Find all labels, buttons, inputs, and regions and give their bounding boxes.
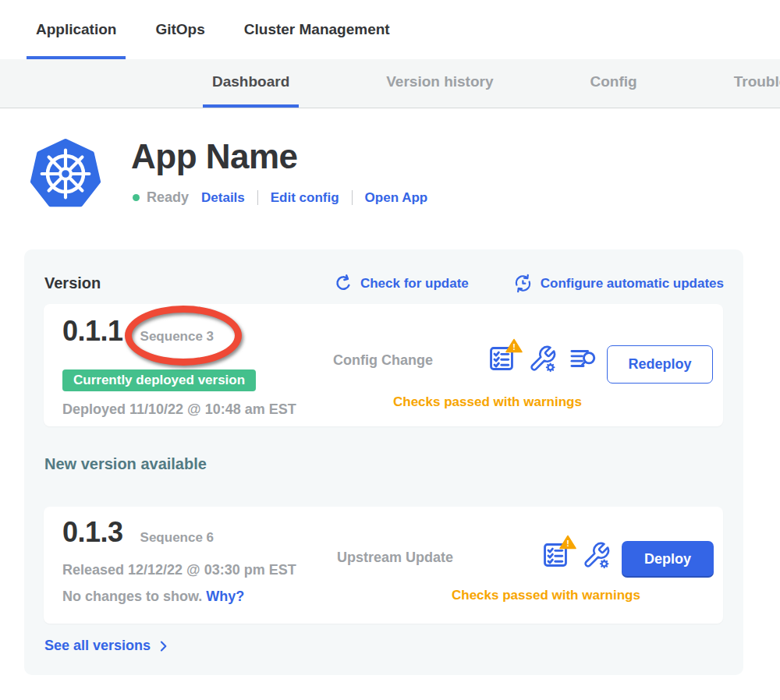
tab-gitops[interactable]: GitOps [146,3,214,59]
config-wrench-icon[interactable] [528,345,557,373]
config-wrench-icon[interactable] [582,541,611,570]
available-sequence-label: Sequence 6 [140,530,214,546]
available-release-icons: ! [541,539,611,571]
available-version-line: 0.1.3 Sequence 6 [62,516,214,549]
view-files-icon[interactable] [569,344,598,373]
new-version-available-heading: New version available [44,455,207,473]
check-for-update-button[interactable]: Check for update [333,274,469,294]
version-heading: Version [44,274,333,292]
divider [352,190,353,205]
edit-config-link[interactable]: Edit config [271,190,339,206]
available-version-number: 0.1.3 [62,516,123,549]
ready-status-dot-icon [133,194,140,201]
see-all-versions-link[interactable]: See all versions [44,638,171,654]
open-app-link[interactable]: Open App [365,190,428,206]
current-checks-status[interactable]: Checks passed with warnings [393,394,582,410]
version-card-header: Version Check for update Configu [44,273,724,294]
current-sequence-label: Sequence 3 [140,329,214,345]
release-type-label: Config Change [333,352,433,369]
tab-version-history[interactable]: Version history [377,59,502,108]
details-link[interactable]: Details [201,190,245,206]
no-changes-text: No changes to show. [62,589,202,604]
kubernetes-logo-icon [30,138,101,210]
configure-automatic-updates-label: Configure automatic updates [541,276,724,292]
tab-config[interactable]: Config [581,59,647,108]
chevron-right-icon [155,638,171,654]
page-title: App Name [131,137,298,176]
deployed-timestamp: Deployed 11/10/22 @ 10:48 am EST [62,401,296,418]
divider [257,190,258,205]
why-link[interactable]: Why? [206,589,244,604]
release-type-label: Upstream Update [337,550,453,566]
auto-update-icon [512,273,534,294]
current-release-icons: ! [487,343,598,374]
page-nav: Dashboard Version history Config Trouble… [0,59,780,108]
tab-dashboard[interactable]: Dashboard [203,59,299,108]
app-status-row: Ready Details Edit config Open App [133,189,427,206]
preflight-checks-icon[interactable]: ! [541,539,570,571]
configure-automatic-updates-button[interactable]: Configure automatic updates [512,273,724,294]
app-nav: Application GitOps Cluster Management [0,0,780,59]
refresh-icon [333,274,353,294]
preflight-checks-icon[interactable]: ! [487,343,516,374]
deploy-button[interactable]: Deploy [622,541,714,578]
redeploy-button[interactable]: Redeploy [607,345,713,384]
tab-cluster-management[interactable]: Cluster Management [235,3,399,59]
currently-deployed-badge: Currently deployed version [62,369,256,391]
current-version-line: 0.1.1 Sequence 3 [62,315,214,348]
tab-troubleshoot[interactable]: Troubleshoot [725,59,780,108]
available-checks-status[interactable]: Checks passed with warnings [452,588,640,603]
current-release-row: 0.1.1 Sequence 3 Currently deployed vers… [44,304,723,426]
no-changes-line: No changes to show.Why? [62,589,244,605]
version-card: Version Check for update Configu [24,249,743,675]
released-timestamp: Released 12/12/22 @ 03:30 pm EST [62,562,296,578]
see-all-versions-label: See all versions [44,638,151,654]
available-release-row: 0.1.3 Sequence 6 Released 12/12/22 @ 03:… [44,507,723,624]
status-badge: Ready [147,189,189,206]
warning-triangle-icon: ! [505,338,523,353]
current-version-number: 0.1.1 [62,315,123,348]
tab-application[interactable]: Application [27,3,126,59]
svg-text:!: ! [566,539,569,548]
check-for-update-label: Check for update [360,276,469,292]
warning-triangle-icon: ! [559,535,576,550]
svg-text:!: ! [512,342,516,352]
